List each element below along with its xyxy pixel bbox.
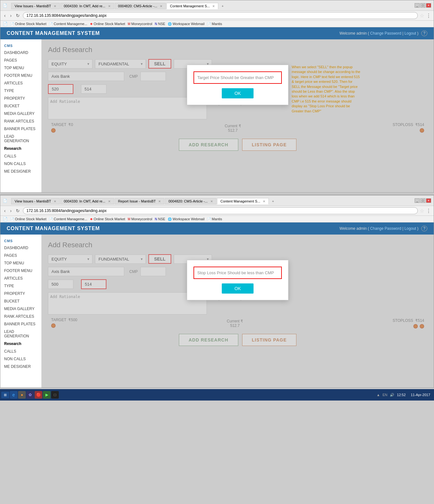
bookmark-content-mgmt-2[interactable]: 📄 Content Manageme... (49, 217, 87, 221)
tab-close-2-4[interactable]: ✕ (210, 200, 213, 203)
sidebar-item-footermenu-1[interactable]: FOOTER MENU (0, 72, 41, 79)
sidebar-item-bannerplates-2[interactable]: BANNER PLATES (0, 320, 41, 328)
tab-0004820-1[interactable]: 0004820: CMS-Article -... ✕ (115, 3, 166, 9)
minimize-btn-2[interactable]: _ (415, 198, 420, 203)
bookmark-webmail-2[interactable]: 🌐 Workspace Webmail (168, 217, 204, 221)
sidebar-item-pages-2[interactable]: PAGES (0, 252, 41, 259)
sidebar-item-topmenu-2[interactable]: TOP MENU (0, 259, 41, 267)
menu-btn-1[interactable]: ⋮ (426, 13, 431, 19)
forward-btn-1[interactable]: › (9, 12, 13, 19)
tab-close-3[interactable]: ✕ (160, 4, 162, 8)
taskbar-icon-3[interactable]: ✿ (26, 391, 34, 399)
sidebar-item-type-1[interactable]: TYPE (0, 87, 41, 95)
sidebar-item-articles-2[interactable]: ARTICLES (0, 275, 41, 282)
tab-close-1[interactable]: ✕ (54, 4, 56, 8)
sidebar-item-leadgen-1[interactable]: LEAD GENERATION (0, 133, 41, 145)
address-bar-2[interactable] (23, 207, 418, 214)
tab-close-2-5[interactable]: ✕ (263, 200, 265, 203)
chrome-icon[interactable]: ● (18, 391, 26, 399)
bookmark-online-stock-2[interactable]: ❖ Online Stock Market (90, 22, 125, 26)
modal-ok-btn-1[interactable]: OK (222, 88, 254, 98)
sidebar-item-medesigner-1[interactable]: ME DESIGNER (0, 168, 41, 175)
reload-btn-1[interactable]: ↻ (15, 12, 21, 19)
maximize-btn-1[interactable]: □ (420, 3, 425, 8)
sidebar-item-research-1[interactable]: Research (0, 145, 41, 152)
sidebar-item-rankarticles-2[interactable]: RANK ARTCILES (0, 313, 41, 320)
taskbar-icon-5[interactable]: ▶ (43, 391, 51, 399)
tab-close-2-3[interactable]: ✕ (158, 200, 161, 203)
tab-close-4[interactable]: ✕ (212, 4, 215, 8)
sidebar-item-noncalls-1[interactable]: NON CALLS (0, 160, 41, 168)
bookmark-nse-2[interactable]: N NSE (155, 217, 165, 221)
sidebar-item-footermenu-2[interactable]: FOOTER MENU (0, 267, 41, 275)
sidebar-item-dashboard-1[interactable]: DASHBOARD (0, 49, 41, 56)
new-tab-btn-2[interactable]: + (269, 198, 276, 204)
sidebar-item-pages-1[interactable]: PAGES (0, 56, 41, 64)
sidebar-item-mediagallery-1[interactable]: MEDIA GALLERY (0, 110, 41, 117)
reload-btn-2[interactable]: ↻ (15, 208, 21, 214)
logout-link-1[interactable]: Logout (404, 31, 416, 36)
sidebar-item-articles-1[interactable]: ARTICLES (0, 79, 41, 87)
close-btn-1[interactable]: ✕ (426, 3, 431, 8)
tab-close-2[interactable]: ✕ (108, 4, 111, 8)
sidebar-item-bucket-1[interactable]: BUCKET (0, 102, 41, 110)
tab-report-issue[interactable]: Report Issue - MantisBT ✕ (115, 198, 165, 204)
sidebar-item-rankarticles-1[interactable]: RANK ARTCILES (0, 117, 41, 125)
bookmark-mantis[interactable]: 📄 Mantis (207, 22, 222, 26)
sidebar-item-type-2[interactable]: TYPE (0, 282, 41, 290)
change-password-link-2[interactable]: Change Password (370, 226, 401, 231)
ie-icon[interactable]: e (10, 391, 17, 399)
modal-ok-btn-2[interactable]: OK (222, 283, 254, 294)
sidebar-item-noncalls-2[interactable]: NON CALLS (0, 355, 41, 363)
tab-view-issues-2[interactable]: View Issues - MantisBT ✕ (11, 198, 60, 204)
sidebar-item-mediagallery-2[interactable]: MEDIA GALLERY (0, 305, 41, 313)
sidebar-item-dashboard-2[interactable]: DASHBOARD (0, 244, 41, 252)
sidebar-item-medesigner-2[interactable]: ME DESIGNER (0, 363, 41, 370)
sidebar-item-bucket-2[interactable]: BUCKET (0, 297, 41, 305)
minimize-btn-1[interactable]: _ (415, 3, 420, 8)
menu-btn-2[interactable]: ⋮ (426, 208, 431, 214)
sidebar-item-research-2[interactable]: Research (0, 340, 41, 348)
bookmark-webmail[interactable]: 🌐 Workspace Webmail (168, 22, 204, 26)
bookmark-mantis-2[interactable]: 📄 Mantis (207, 217, 222, 221)
new-tab-btn-1[interactable]: + (219, 3, 226, 9)
sidebar-item-property-1[interactable]: PROPERTY (0, 95, 41, 102)
bookmark-online-stock-2b[interactable]: ❖ Online Stock Market (90, 217, 125, 221)
back-btn-2[interactable]: ‹ (3, 208, 7, 214)
bookmark-star-1[interactable]: ☆ (420, 13, 424, 19)
sidebar-item-calls-2[interactable]: CALLS (0, 348, 41, 355)
bookmark-content-mgmt-1[interactable]: 📄 Content Manageme... (49, 22, 87, 26)
tab-cms-2[interactable]: Content Management S... ✕ (217, 198, 269, 204)
help-icon-1[interactable]: ? (421, 30, 427, 36)
bookmark-online-stock-1[interactable]: 📄 Online Stock Market (10, 22, 46, 26)
sidebar-item-topmenu-1[interactable]: TOP MENU (0, 64, 41, 72)
change-password-link-1[interactable]: Change Password (370, 31, 401, 36)
tab-close-2-1[interactable]: ✕ (54, 200, 56, 203)
back-btn-1[interactable]: ‹ (3, 12, 7, 19)
tab-0004330-2[interactable]: 0004330: In CMT, Add re... ✕ (60, 198, 114, 204)
tab-0004330-1[interactable]: 0004330: In CMT, Add re... ✕ (60, 3, 114, 9)
bookmark-star-2[interactable]: ☆ (420, 208, 424, 214)
sidebar-item-bannerplates-1[interactable]: BANNER PLATES (0, 125, 41, 133)
maximize-btn-2[interactable]: □ (420, 198, 425, 203)
tab-0004820-2[interactable]: 0004820: CMS-Article -... ✕ (165, 198, 216, 204)
bookmark-nse[interactable]: N NSE (155, 22, 165, 26)
taskbar-icon-4[interactable]: 🔴 (35, 391, 42, 399)
logout-link-2[interactable]: Logout (404, 226, 416, 231)
sidebar-item-calls-1[interactable]: CALLS (0, 152, 41, 160)
forward-btn-2[interactable]: › (9, 208, 13, 214)
help-icon-2[interactable]: ? (421, 226, 427, 231)
tab-view-issues-1[interactable]: View Issues - MantisBT ✕ (11, 3, 60, 9)
start-button[interactable]: ⊞ (1, 392, 9, 398)
taskbar-up-arrow[interactable]: ▲ (376, 393, 380, 397)
address-bar-1[interactable] (23, 12, 418, 19)
tab-cms-1[interactable]: Content Management S... ✕ (166, 3, 218, 9)
bookmark-online-stock-2a[interactable]: 📄 Online Stock Market (10, 217, 46, 221)
bookmark-moneycontrol[interactable]: M Moneycontrol (128, 22, 152, 26)
sidebar-item-leadgen-2[interactable]: LEAD GENERATION (0, 328, 41, 340)
tab-close-2-2[interactable]: ✕ (108, 200, 111, 203)
taskbar-icon-6[interactable]: □ (51, 391, 59, 399)
close-btn-2[interactable]: ✕ (426, 198, 431, 203)
speaker-icon[interactable]: 🔊 (390, 393, 394, 397)
sidebar-item-property-2[interactable]: PROPERTY (0, 290, 41, 297)
